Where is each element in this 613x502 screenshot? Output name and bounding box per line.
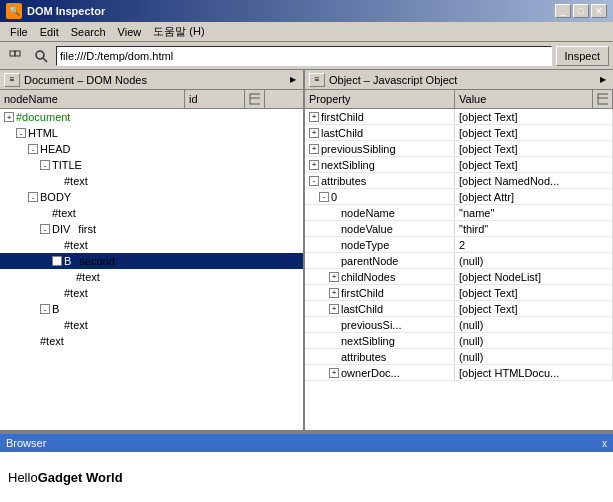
tree-node[interactable]: -HTML: [0, 125, 303, 141]
prop-expand-icon[interactable]: +: [329, 272, 339, 282]
tree-node[interactable]: -BODY: [0, 189, 303, 205]
prop-row[interactable]: nodeName"name": [305, 205, 613, 221]
browser-bold-text: Gadget World: [38, 470, 123, 485]
right-panel-icon[interactable]: ≡: [309, 73, 325, 87]
browser-title: Browser: [6, 437, 46, 449]
tree-area[interactable]: nodeName id +#document-HTML-HEAD-TITLE#t…: [0, 90, 303, 430]
expand-icon[interactable]: -: [28, 192, 38, 202]
prop-expand-icon[interactable]: +: [329, 288, 339, 298]
close-button[interactable]: ✕: [591, 4, 607, 18]
dom-search-button[interactable]: [30, 45, 52, 67]
node-name-text: #document: [16, 111, 70, 123]
tree-node[interactable]: #text: [0, 205, 303, 221]
prop-name-cell: +lastChild: [305, 125, 455, 140]
tree-node[interactable]: #text: [0, 269, 303, 285]
expand-icon[interactable]: -: [16, 128, 26, 138]
prop-name-cell: -0: [305, 189, 455, 204]
prop-expand-icon[interactable]: +: [309, 144, 319, 154]
node-name-text: #text: [64, 319, 88, 331]
tree-col-id: id: [185, 90, 245, 108]
url-input[interactable]: [56, 46, 552, 66]
tree-node[interactable]: #text: [0, 317, 303, 333]
prop-row[interactable]: previousSi...(null): [305, 317, 613, 333]
left-panel-icon[interactable]: ≡: [4, 73, 20, 87]
expand-icon[interactable]: -: [28, 144, 38, 154]
left-panel-arrow[interactable]: ▶: [287, 74, 299, 86]
menu-edit[interactable]: Edit: [34, 25, 65, 39]
prop-col-value: Value: [455, 90, 593, 108]
prop-row[interactable]: +nextSibling[object Text]: [305, 157, 613, 173]
prop-expand-icon[interactable]: +: [309, 112, 319, 122]
prop-expand-icon[interactable]: +: [309, 128, 319, 138]
prop-value-cell: [object HTMLDocu...: [455, 365, 613, 380]
prop-expand-icon[interactable]: -: [319, 192, 329, 202]
prop-value-cell: [object NodeList]: [455, 269, 613, 284]
prop-value-cell: "name": [455, 205, 613, 220]
back-button[interactable]: [4, 45, 26, 67]
property-area[interactable]: Property Value +firstChild[object Text]+…: [305, 90, 613, 430]
prop-row[interactable]: -0[object Attr]: [305, 189, 613, 205]
main-content: ≡ Document – DOM Nodes ▶ nodeName id +#d…: [0, 70, 613, 502]
maximize-button[interactable]: □: [573, 4, 589, 18]
menu-search[interactable]: Search: [65, 25, 112, 39]
prop-expand-icon[interactable]: +: [329, 368, 339, 378]
menu-file[interactable]: File: [4, 25, 34, 39]
prop-value-cell: [object Text]: [455, 285, 613, 300]
tree-node[interactable]: +#document: [0, 109, 303, 125]
expand-icon[interactable]: -: [52, 256, 62, 266]
tree-node[interactable]: -HEAD: [0, 141, 303, 157]
tree-node[interactable]: -DIVfirst: [0, 221, 303, 237]
prop-row[interactable]: +firstChild[object Text]: [305, 285, 613, 301]
prop-row[interactable]: nodeValue"third": [305, 221, 613, 237]
prop-name-text: firstChild: [341, 287, 384, 299]
panels: ≡ Document – DOM Nodes ▶ nodeName id +#d…: [0, 70, 613, 432]
tree-node[interactable]: -TITLE: [0, 157, 303, 173]
expand-icon[interactable]: -: [40, 304, 50, 314]
prop-name-cell: +lastChild: [305, 301, 455, 316]
menu-help[interactable]: 도움말 (H): [147, 23, 210, 40]
prop-row[interactable]: +childNodes[object NodeList]: [305, 269, 613, 285]
prop-expand-icon[interactable]: -: [309, 176, 319, 186]
prop-row[interactable]: +ownerDoc...[object HTMLDocu...: [305, 365, 613, 381]
prop-name-text: previousSibling: [321, 143, 396, 155]
tree-node[interactable]: #text: [0, 237, 303, 253]
tree-node[interactable]: #text: [0, 173, 303, 189]
prop-row[interactable]: nodeType2: [305, 237, 613, 253]
browser-close-button[interactable]: x: [602, 438, 607, 449]
prop-name-text: ownerDoc...: [341, 367, 400, 379]
prop-row[interactable]: +lastChild[object Text]: [305, 125, 613, 141]
prop-row[interactable]: +previousSibling[object Text]: [305, 141, 613, 157]
prop-expand-icon[interactable]: +: [329, 304, 339, 314]
prop-rows: +firstChild[object Text]+lastChild[objec…: [305, 109, 613, 381]
menu-view[interactable]: View: [112, 25, 148, 39]
toolbar: Inspect: [0, 42, 613, 70]
prop-row[interactable]: parentNode(null): [305, 253, 613, 269]
minimize-button[interactable]: _: [555, 4, 571, 18]
prop-expand-icon[interactable]: +: [309, 160, 319, 170]
prop-row[interactable]: +firstChild[object Text]: [305, 109, 613, 125]
prop-row[interactable]: -attributes[object NamedNod...: [305, 173, 613, 189]
expand-icon[interactable]: +: [4, 112, 14, 122]
prop-value-cell: [object Text]: [455, 125, 613, 140]
inspect-button[interactable]: Inspect: [556, 46, 609, 66]
tree-node[interactable]: -Bsecond: [0, 253, 303, 269]
prop-row[interactable]: +lastChild[object Text]: [305, 301, 613, 317]
tree-node[interactable]: -B: [0, 301, 303, 317]
prop-col-extra: [593, 90, 613, 108]
expand-icon[interactable]: -: [40, 224, 50, 234]
prop-name-cell: +childNodes: [305, 269, 455, 284]
prop-value-cell: 2: [455, 237, 613, 252]
prop-name-cell: +nextSibling: [305, 157, 455, 172]
tree-col-extra: [245, 90, 265, 108]
tree-node[interactable]: #text: [0, 333, 303, 349]
svg-rect-4: [250, 94, 260, 104]
window-controls[interactable]: _ □ ✕: [555, 4, 607, 18]
right-panel-arrow[interactable]: ▶: [597, 74, 609, 86]
prop-row[interactable]: nextSibling(null): [305, 333, 613, 349]
expand-icon[interactable]: -: [40, 160, 50, 170]
tree-node[interactable]: #text: [0, 285, 303, 301]
prop-name-text: attributes: [341, 351, 386, 363]
menu-bar: File Edit Search View 도움말 (H): [0, 22, 613, 42]
prop-name-text: 0: [331, 191, 337, 203]
prop-row[interactable]: attributes(null): [305, 349, 613, 365]
